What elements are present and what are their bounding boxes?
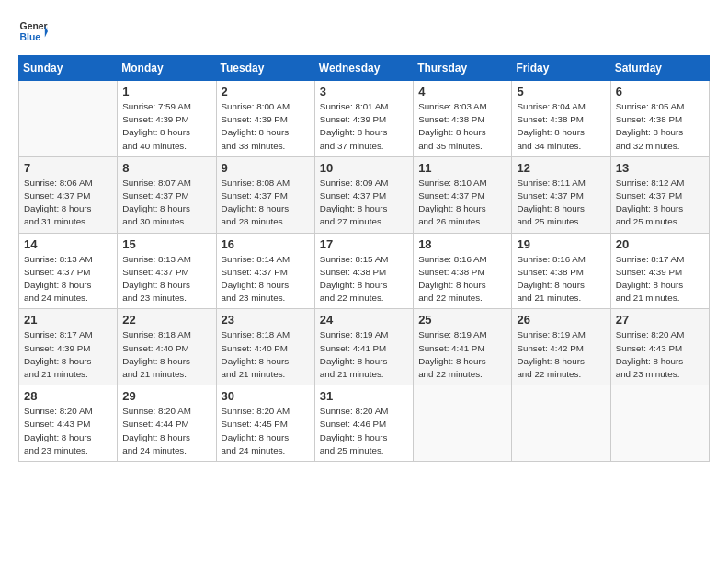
day-info: Sunrise: 8:20 AMSunset: 4:44 PMDaylight:… xyxy=(122,405,210,457)
day-number: 18 xyxy=(418,237,506,251)
day-number: 5 xyxy=(517,85,605,98)
day-cell-9: 9Sunrise: 8:08 AMSunset: 4:37 PMDaylight… xyxy=(216,156,314,233)
day-number: 14 xyxy=(24,237,112,251)
day-number: 11 xyxy=(418,161,506,175)
day-number: 16 xyxy=(222,237,310,251)
empty-cell xyxy=(19,81,118,157)
day-info: Sunrise: 8:17 AMSunset: 4:39 PMDaylight:… xyxy=(24,328,112,381)
day-number: 8 xyxy=(122,161,210,175)
day-cell-24: 24Sunrise: 8:19 AMSunset: 4:41 PMDayligh… xyxy=(314,309,413,385)
day-info: Sunrise: 8:01 AMSunset: 4:39 PMDaylight:… xyxy=(320,100,408,153)
day-number: 19 xyxy=(517,237,605,251)
empty-cell xyxy=(414,385,512,462)
calendar-table: SundayMondayTuesdayWednesdayThursdayFrid… xyxy=(18,55,710,462)
day-number: 23 xyxy=(222,313,310,327)
day-info: Sunrise: 8:19 AMSunset: 4:41 PMDaylight:… xyxy=(320,328,408,381)
col-header-sunday: Sunday xyxy=(19,56,118,81)
day-info: Sunrise: 8:13 AMSunset: 4:37 PMDaylight:… xyxy=(122,253,210,305)
day-cell-12: 12Sunrise: 8:11 AMSunset: 4:37 PMDayligh… xyxy=(512,156,610,233)
week-row-4: 21Sunrise: 8:17 AMSunset: 4:39 PMDayligh… xyxy=(19,309,710,385)
day-cell-28: 28Sunrise: 8:20 AMSunset: 4:43 PMDayligh… xyxy=(19,385,118,462)
calendar-page: General Blue SundayMondayTuesdayWednesda… xyxy=(0,0,728,471)
day-cell-15: 15Sunrise: 8:13 AMSunset: 4:37 PMDayligh… xyxy=(118,233,216,309)
day-info: Sunrise: 8:16 AMSunset: 4:38 PMDaylight:… xyxy=(517,253,605,305)
day-info: Sunrise: 8:17 AMSunset: 4:39 PMDaylight:… xyxy=(616,253,704,305)
day-info: Sunrise: 8:20 AMSunset: 4:45 PMDaylight:… xyxy=(222,405,310,457)
day-number: 29 xyxy=(122,389,210,403)
day-info: Sunrise: 8:19 AMSunset: 4:41 PMDaylight:… xyxy=(418,328,506,381)
day-info: Sunrise: 8:12 AMSunset: 4:37 PMDaylight:… xyxy=(616,177,704,229)
week-row-5: 28Sunrise: 8:20 AMSunset: 4:43 PMDayligh… xyxy=(19,385,710,462)
col-header-tuesday: Tuesday xyxy=(216,56,314,81)
day-cell-11: 11Sunrise: 8:10 AMSunset: 4:37 PMDayligh… xyxy=(414,156,512,233)
day-info: Sunrise: 8:18 AMSunset: 4:40 PMDaylight:… xyxy=(222,328,310,381)
day-cell-25: 25Sunrise: 8:19 AMSunset: 4:41 PMDayligh… xyxy=(414,309,512,385)
day-number: 30 xyxy=(222,389,310,403)
day-cell-18: 18Sunrise: 8:16 AMSunset: 4:38 PMDayligh… xyxy=(414,233,512,309)
day-cell-30: 30Sunrise: 8:20 AMSunset: 4:45 PMDayligh… xyxy=(216,385,314,462)
day-number: 9 xyxy=(222,161,310,175)
day-info: Sunrise: 8:06 AMSunset: 4:37 PMDaylight:… xyxy=(24,177,112,229)
day-cell-27: 27Sunrise: 8:20 AMSunset: 4:43 PMDayligh… xyxy=(610,309,709,385)
day-info: Sunrise: 8:20 AMSunset: 4:46 PMDaylight:… xyxy=(320,405,408,457)
logo-icon: General Blue xyxy=(18,17,48,46)
week-row-3: 14Sunrise: 8:13 AMSunset: 4:37 PMDayligh… xyxy=(19,233,710,309)
day-info: Sunrise: 8:14 AMSunset: 4:37 PMDaylight:… xyxy=(222,253,310,305)
day-number: 22 xyxy=(122,313,210,327)
day-info: Sunrise: 8:19 AMSunset: 4:42 PMDaylight:… xyxy=(517,328,605,381)
day-cell-4: 4Sunrise: 8:03 AMSunset: 4:38 PMDaylight… xyxy=(414,81,512,157)
col-header-wednesday: Wednesday xyxy=(314,56,413,81)
day-number: 15 xyxy=(122,237,210,251)
day-cell-10: 10Sunrise: 8:09 AMSunset: 4:37 PMDayligh… xyxy=(314,156,413,233)
day-cell-7: 7Sunrise: 8:06 AMSunset: 4:37 PMDaylight… xyxy=(19,156,118,233)
day-info: Sunrise: 7:59 AMSunset: 4:39 PMDaylight:… xyxy=(122,100,210,153)
logo: General Blue xyxy=(18,17,48,46)
day-number: 27 xyxy=(616,313,704,327)
col-header-monday: Monday xyxy=(118,56,216,81)
day-cell-14: 14Sunrise: 8:13 AMSunset: 4:37 PMDayligh… xyxy=(19,233,118,309)
day-cell-22: 22Sunrise: 8:18 AMSunset: 4:40 PMDayligh… xyxy=(118,309,216,385)
day-cell-5: 5Sunrise: 8:04 AMSunset: 4:38 PMDaylight… xyxy=(512,81,610,157)
day-cell-29: 29Sunrise: 8:20 AMSunset: 4:44 PMDayligh… xyxy=(118,385,216,462)
day-number: 10 xyxy=(320,161,408,175)
day-cell-1: 1Sunrise: 7:59 AMSunset: 4:39 PMDaylight… xyxy=(118,81,216,157)
week-row-2: 7Sunrise: 8:06 AMSunset: 4:37 PMDaylight… xyxy=(19,156,710,233)
day-info: Sunrise: 8:00 AMSunset: 4:39 PMDaylight:… xyxy=(222,100,310,153)
day-cell-16: 16Sunrise: 8:14 AMSunset: 4:37 PMDayligh… xyxy=(216,233,314,309)
day-cell-19: 19Sunrise: 8:16 AMSunset: 4:38 PMDayligh… xyxy=(512,233,610,309)
col-header-friday: Friday xyxy=(512,56,610,81)
day-cell-21: 21Sunrise: 8:17 AMSunset: 4:39 PMDayligh… xyxy=(19,309,118,385)
day-number: 20 xyxy=(616,237,704,251)
day-cell-2: 2Sunrise: 8:00 AMSunset: 4:39 PMDaylight… xyxy=(216,81,314,157)
day-number: 13 xyxy=(616,161,704,175)
col-header-saturday: Saturday xyxy=(610,56,709,81)
day-number: 6 xyxy=(616,85,704,98)
day-info: Sunrise: 8:16 AMSunset: 4:38 PMDaylight:… xyxy=(418,253,506,305)
day-info: Sunrise: 8:18 AMSunset: 4:40 PMDaylight:… xyxy=(122,328,210,381)
day-info: Sunrise: 8:20 AMSunset: 4:43 PMDaylight:… xyxy=(616,328,704,381)
day-info: Sunrise: 8:11 AMSunset: 4:37 PMDaylight:… xyxy=(517,177,605,229)
day-number: 25 xyxy=(418,313,506,327)
empty-cell xyxy=(610,385,709,462)
day-cell-8: 8Sunrise: 8:07 AMSunset: 4:37 PMDaylight… xyxy=(118,156,216,233)
header-row: SundayMondayTuesdayWednesdayThursdayFrid… xyxy=(19,56,710,81)
day-info: Sunrise: 8:03 AMSunset: 4:38 PMDaylight:… xyxy=(418,100,506,153)
day-info: Sunrise: 8:07 AMSunset: 4:37 PMDaylight:… xyxy=(122,177,210,229)
day-info: Sunrise: 8:15 AMSunset: 4:38 PMDaylight:… xyxy=(320,253,408,305)
day-number: 2 xyxy=(222,85,310,98)
day-info: Sunrise: 8:09 AMSunset: 4:37 PMDaylight:… xyxy=(320,177,408,229)
day-number: 24 xyxy=(320,313,408,327)
day-number: 31 xyxy=(320,389,408,403)
day-number: 1 xyxy=(122,85,210,98)
day-cell-31: 31Sunrise: 8:20 AMSunset: 4:46 PMDayligh… xyxy=(314,385,413,462)
week-row-1: 1Sunrise: 7:59 AMSunset: 4:39 PMDaylight… xyxy=(19,81,710,157)
day-info: Sunrise: 8:04 AMSunset: 4:38 PMDaylight:… xyxy=(517,100,605,153)
day-info: Sunrise: 8:20 AMSunset: 4:43 PMDaylight:… xyxy=(24,405,112,457)
day-cell-17: 17Sunrise: 8:15 AMSunset: 4:38 PMDayligh… xyxy=(314,233,413,309)
day-number: 3 xyxy=(320,85,408,98)
day-info: Sunrise: 8:08 AMSunset: 4:37 PMDaylight:… xyxy=(222,177,310,229)
day-cell-6: 6Sunrise: 8:05 AMSunset: 4:38 PMDaylight… xyxy=(610,81,709,157)
empty-cell xyxy=(512,385,610,462)
svg-text:General: General xyxy=(20,21,48,31)
day-number: 21 xyxy=(24,313,112,327)
